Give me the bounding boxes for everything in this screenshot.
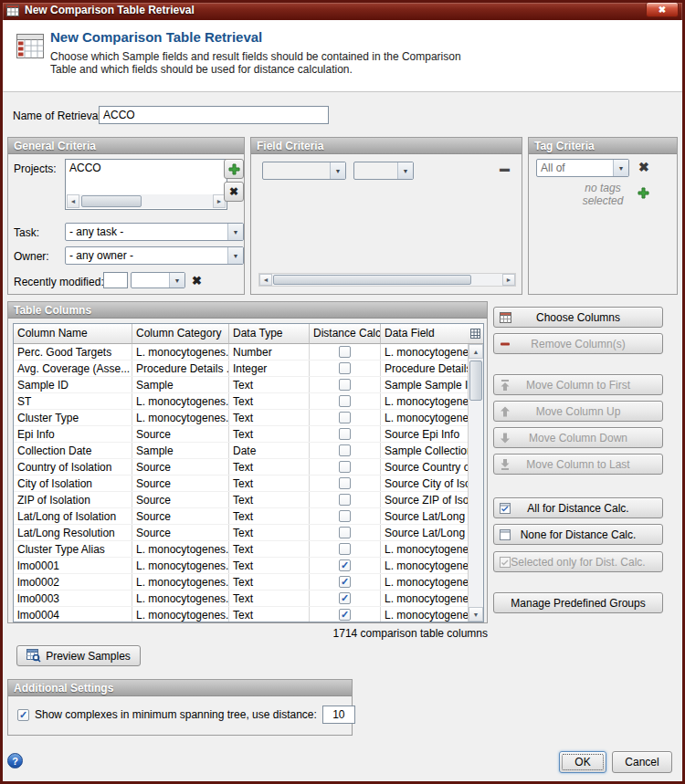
distance-checkbox[interactable] (339, 395, 351, 407)
projects-horizontal-scrollbar[interactable]: ◄ ► (67, 194, 226, 208)
distance-checkbox[interactable] (339, 461, 351, 473)
distance-checkbox[interactable] (339, 346, 351, 358)
column-header-distance[interactable]: Distance Calc. (310, 324, 381, 344)
distance-checkbox[interactable] (339, 527, 351, 538)
cell-column-category: L. monocytogenes... (132, 558, 229, 573)
table-row[interactable]: Avg. Coverage (Asse... Procedure Details… (14, 361, 468, 377)
scrollbar-thumb[interactable] (81, 195, 142, 207)
scrollbar-track[interactable] (79, 194, 213, 208)
ok-button[interactable]: OK (559, 751, 606, 773)
distance-checkbox[interactable] (339, 494, 351, 506)
table-row[interactable]: Sample ID Sample Text Sample Sample ID (14, 377, 468, 393)
owner-dropdown[interactable]: - any owner - ▼ (65, 246, 244, 265)
distance-checkbox[interactable] (339, 444, 351, 456)
table-row[interactable]: lmo0004 L. monocytogenes... Text ✓ L. mo… (14, 607, 468, 622)
field-criteria-field-dropdown[interactable]: ▼ (262, 162, 346, 180)
close-icon: ✖ (659, 5, 666, 15)
cell-data-type: Date (229, 443, 310, 458)
titlebar[interactable]: New Comparison Table Retrieval ✖ (0, 0, 685, 20)
help-button[interactable]: ? (7, 753, 23, 768)
distance-checkbox[interactable]: ✓ (339, 576, 351, 588)
cell-column-category: Procedure Details ... (132, 361, 229, 376)
close-button[interactable]: ✖ (646, 2, 679, 17)
column-header-datatype[interactable]: Data Type (229, 324, 310, 344)
move-column-up-button[interactable]: Move Column Up (493, 401, 663, 422)
distance-checkbox[interactable]: ✓ (339, 609, 351, 621)
preview-samples-button[interactable]: Preview Samples (16, 645, 141, 666)
distance-checkbox[interactable] (339, 543, 351, 555)
add-project-button[interactable] (224, 159, 244, 179)
move-column-down-button[interactable]: Move Column Down (493, 427, 663, 448)
scroll-down-icon[interactable]: ▼ (469, 607, 483, 622)
cell-column-category: L. monocytogenes... (132, 393, 229, 409)
table-row[interactable]: lmo0002 L. monocytogenes... Text ✓ L. mo… (14, 574, 468, 591)
scrollbar-thumb[interactable] (273, 275, 471, 285)
none-distance-button[interactable]: None for Distance Calc. (493, 524, 663, 545)
mst-distance-input[interactable] (322, 706, 355, 724)
remove-project-button[interactable]: ✖ (224, 182, 244, 202)
distance-checkbox[interactable] (339, 510, 351, 522)
table-vertical-scrollbar[interactable]: ▲ ▼ (468, 344, 483, 622)
table-row[interactable]: Lat/Long Resolution Source Text Source L… (14, 525, 468, 541)
clear-tags-icon[interactable]: ✖ (638, 160, 649, 174)
scroll-left-icon[interactable]: ◄ (67, 194, 79, 208)
table-row[interactable]: lmo0001 L. monocytogenes... Text ✓ L. mo… (14, 558, 468, 574)
table-row[interactable]: City of Isolation Source Text Source Cit… (14, 476, 468, 492)
task-dropdown[interactable]: - any task - ▼ (65, 223, 244, 241)
scroll-right-icon[interactable]: ► (502, 274, 515, 286)
table-row[interactable]: Cluster Type Alias L. monocytogenes... T… (14, 541, 468, 558)
selected-distance-button[interactable]: Selected only for Dist. Calc. (493, 551, 663, 572)
field-criteria-horizontal-scrollbar[interactable]: ◄ ► (258, 273, 516, 287)
cell-column-name: Avg. Coverage (Asse... (14, 361, 132, 376)
choose-columns-button[interactable]: Choose Columns (493, 307, 663, 328)
add-tag-icon[interactable] (638, 187, 649, 202)
distance-checkbox[interactable] (339, 428, 351, 440)
cell-distance-calc: ✓ (310, 558, 381, 573)
recently-modified-input[interactable] (103, 272, 128, 288)
remove-columns-label: Remove Column(s) (531, 338, 625, 350)
table-row[interactable]: lmo0003 L. monocytogenes... Text ✓ L. mo… (14, 591, 468, 607)
column-header-name[interactable]: Column Name (14, 324, 132, 344)
table-row[interactable]: Collection Date Sample Date Sample Colle… (14, 443, 468, 459)
table-row[interactable]: Country of Isolation Source Text Source … (14, 459, 468, 476)
distance-checkbox[interactable]: ✓ (339, 592, 351, 604)
column-header-category[interactable]: Column Category (132, 324, 229, 344)
remove-field-criterion-icon[interactable]: ▬ (500, 162, 510, 173)
cell-data-type: Text (229, 607, 310, 622)
recently-modified-period-dropdown[interactable]: ▼ (131, 272, 185, 288)
tag-match-dropdown[interactable]: All of ▼ (536, 159, 629, 177)
distance-checkbox[interactable] (339, 412, 351, 423)
mst-checkbox[interactable]: ✓ (17, 709, 29, 721)
cell-data-type: Text (229, 377, 310, 392)
table-row[interactable]: Lat/Long of Isolation Source Text Source… (14, 508, 468, 525)
scrollbar-track[interactable] (272, 274, 502, 286)
projects-list[interactable]: ACCO ◄ ► (65, 159, 227, 210)
table-row[interactable]: ZIP of Isolation Source Text Source ZIP … (14, 492, 468, 508)
cell-column-name: lmo0004 (14, 607, 132, 622)
column-header-datafield[interactable]: Data Field (381, 324, 468, 344)
table-row[interactable]: Epi Info Source Text Source Epi Info (14, 426, 468, 443)
name-of-retrieval-input[interactable] (99, 106, 329, 124)
scroll-left-icon[interactable]: ◄ (259, 274, 272, 286)
distance-checkbox[interactable] (339, 477, 351, 489)
distance-checkbox[interactable] (339, 379, 351, 391)
move-column-last-button[interactable]: Move Column to Last (493, 454, 663, 475)
cell-data-type: Integer (229, 361, 310, 376)
distance-checkbox[interactable]: ✓ (339, 559, 351, 571)
move-column-first-button[interactable]: Move Column to First (493, 374, 663, 395)
scrollbar-track[interactable] (469, 359, 483, 607)
all-distance-button[interactable]: All for Distance Calc. (493, 497, 663, 518)
manage-predefined-groups-button[interactable]: Manage Predefined Groups (493, 592, 663, 613)
scrollbar-thumb[interactable] (469, 361, 482, 401)
table-customize-button[interactable] (468, 324, 483, 344)
table-row[interactable]: ST L. monocytogenes... Text L. monocytog… (14, 393, 468, 410)
field-criteria-operator-dropdown[interactable]: ▼ (353, 162, 414, 180)
clear-recently-modified-icon[interactable]: ✖ (192, 274, 202, 287)
distance-checkbox[interactable] (339, 362, 351, 374)
table-row[interactable]: Perc. Good Targets L. monocytogenes... N… (14, 344, 468, 361)
scroll-up-icon[interactable]: ▲ (469, 344, 483, 359)
table-row[interactable]: Cluster Type L. monocytogenes... Text L.… (14, 410, 468, 426)
cancel-button[interactable]: Cancel (612, 751, 672, 773)
remove-columns-button[interactable]: Remove Column(s) (493, 333, 663, 354)
cell-column-category: Source (132, 476, 229, 491)
